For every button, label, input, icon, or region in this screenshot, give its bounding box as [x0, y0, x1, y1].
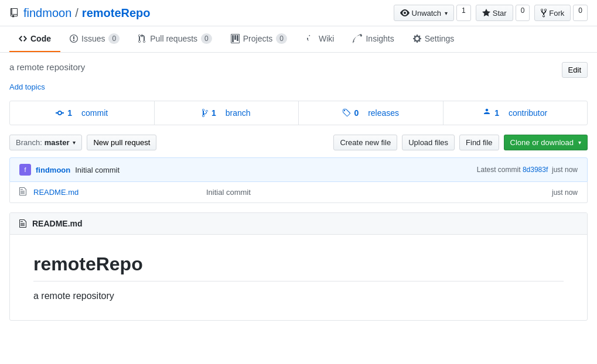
tab-settings[interactable]: Settings: [404, 26, 464, 52]
tab-code[interactable]: Code: [9, 26, 60, 52]
tab-insights[interactable]: Insights: [343, 26, 403, 52]
table-row: README.md Initial commit just now: [10, 182, 587, 202]
star-group: Star 0: [476, 5, 530, 21]
issues-icon: [70, 34, 78, 43]
readme-description: a remote repository: [33, 291, 564, 301]
file-browser: f findmoon Initial commit Latest commit …: [9, 157, 588, 203]
watch-caret: ▾: [445, 10, 448, 16]
fork-group: Fork 0: [534, 5, 588, 21]
tab-issues[interactable]: Issues 0: [60, 26, 129, 52]
code-icon: [19, 34, 27, 43]
releases-stat: 0 releases: [299, 101, 444, 125]
edit-description-button[interactable]: Edit: [562, 62, 588, 78]
add-topics-link[interactable]: Add topics: [9, 83, 588, 91]
fork-button[interactable]: Fork: [534, 5, 571, 21]
repo-icon: [9, 8, 19, 18]
contributors-link[interactable]: 1 contributor: [483, 108, 547, 118]
star-icon: [482, 8, 490, 18]
readme-title: remoteRepo: [33, 253, 564, 281]
watch-count: 1: [456, 5, 471, 21]
readme-filename: README.md: [32, 219, 83, 228]
readme-section: README.md remoteRepo a remote repository: [9, 212, 588, 321]
readme-icon: [19, 219, 28, 228]
commit-sha-label: Latest commit: [477, 166, 521, 174]
projects-icon: [231, 34, 240, 43]
repo-owner-link[interactable]: findmoon: [23, 6, 71, 20]
create-new-file-button[interactable]: Create new file: [333, 135, 397, 150]
commit-time: just now: [550, 166, 578, 174]
commit-left: f findmoon Initial commit: [19, 164, 120, 176]
tag-icon: [342, 108, 350, 118]
commit-author-link[interactable]: findmoon: [36, 166, 70, 174]
contributors-stat: 1 contributor: [444, 101, 588, 125]
repo-title: findmoon / remoteRepo: [9, 6, 151, 20]
tab-projects[interactable]: Projects 0: [221, 26, 296, 52]
branch-area: Branch: master ▾ New pull request Create…: [9, 135, 588, 150]
tab-pull-requests[interactable]: Pull requests 0: [129, 26, 221, 52]
main-content: a remote repository Edit Add topics 1 co…: [0, 53, 597, 330]
new-pull-request-button[interactable]: New pull request: [87, 135, 156, 150]
repo-tabs: Code Issues 0 Pull requests 0 Projects 0…: [0, 26, 597, 53]
clone-download-button[interactable]: Clone or download ▾: [504, 135, 588, 150]
file-commit-message: Initial commit: [206, 188, 552, 197]
file-icon: [19, 187, 29, 198]
star-count: 0: [516, 5, 530, 21]
file-list: README.md Initial commit just now: [9, 182, 588, 203]
avatar: f: [19, 164, 31, 176]
wiki-icon: [306, 34, 315, 43]
clone-caret: ▾: [578, 139, 581, 146]
repo-name-link[interactable]: remoteRepo: [82, 6, 151, 20]
fork-icon: [541, 8, 547, 18]
branch-caret: ▾: [73, 139, 76, 146]
star-button[interactable]: Star: [476, 5, 513, 21]
repo-description: a remote repository: [9, 62, 85, 72]
separator: /: [75, 6, 79, 20]
projects-count: 0: [276, 33, 287, 44]
eye-icon: [400, 8, 410, 18]
watch-group: Unwatch ▾ 1: [394, 5, 471, 21]
watch-button[interactable]: Unwatch ▾: [394, 5, 455, 21]
file-time: just now: [552, 188, 578, 197]
branch-icon: [202, 108, 208, 118]
latest-commit-bar: f findmoon Initial commit Latest commit …: [9, 157, 588, 182]
branches-stat: 1 branch: [155, 101, 299, 125]
commit-right: Latest commit 8d3983f just now: [477, 166, 578, 174]
settings-icon: [413, 34, 421, 43]
pr-icon: [138, 34, 146, 43]
commit-message: Initial commit: [75, 166, 120, 174]
file-name-link[interactable]: README.md: [33, 188, 206, 197]
branch-right: Create new file Upload files Find file C…: [333, 135, 588, 150]
readme-content: remoteRepo a remote repository: [10, 235, 587, 320]
header-actions: Unwatch ▾ 1 Star 0 Fork 0: [394, 5, 588, 21]
commits-stat: 1 commit: [10, 101, 155, 125]
releases-link[interactable]: 0 releases: [342, 108, 399, 118]
contributors-icon: [483, 108, 491, 118]
commits-link[interactable]: 1 commit: [56, 108, 108, 118]
commits-icon: [56, 108, 64, 118]
tab-wiki[interactable]: Wiki: [296, 26, 343, 52]
stats-bar: 1 commit 1 branch 0 releases: [9, 101, 588, 125]
find-file-button[interactable]: Find file: [459, 135, 499, 150]
repo-description-area: a remote repository Edit: [9, 62, 588, 78]
pr-count: 0: [201, 33, 212, 44]
upload-files-button[interactable]: Upload files: [402, 135, 455, 150]
insights-icon: [353, 34, 362, 43]
fork-count: 0: [573, 5, 588, 21]
branch-left: Branch: master ▾ New pull request: [9, 135, 156, 150]
readme-header: README.md: [10, 213, 587, 235]
repo-header: findmoon / remoteRepo Unwatch ▾ 1 Star 0: [0, 0, 597, 26]
branches-link[interactable]: 1 branch: [202, 108, 251, 118]
commit-sha-link[interactable]: 8d3983f: [523, 166, 548, 174]
issues-count: 0: [108, 33, 120, 44]
branch-selector[interactable]: Branch: master ▾: [9, 135, 82, 150]
